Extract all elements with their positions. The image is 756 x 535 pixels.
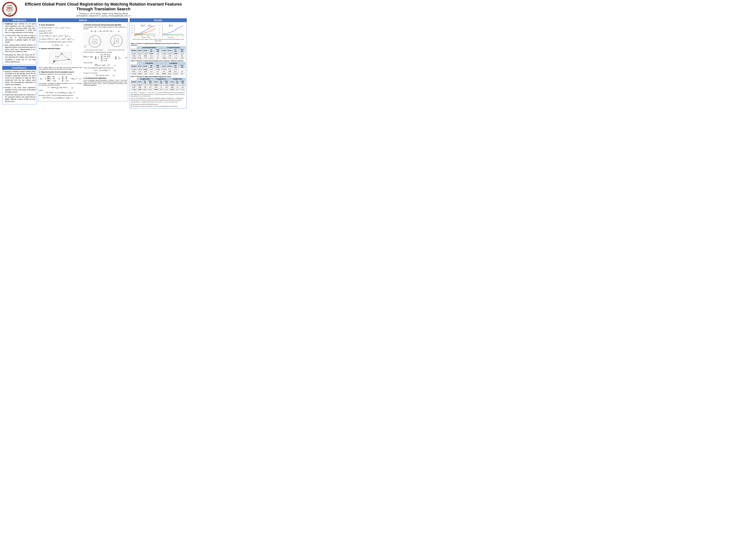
svg-text:2500: 2500 bbox=[153, 36, 155, 37]
table1-row-time: Time[s] 27.1127.3330.67447 17.0017.2232.… bbox=[131, 57, 186, 59]
rif-subsection: ➤ Rotation Invariant Feature O bbox=[39, 48, 82, 70]
svg-text:3.6: 3.6 bbox=[182, 36, 183, 37]
method-two-col: ➤ Some denotations: two 3D point clouds:… bbox=[39, 24, 127, 100]
charts-container: 1000 800 600 400 0 1000 1500 2000 2500 bbox=[131, 24, 186, 38]
table2-header-left: bun045/000 bbox=[137, 62, 161, 64]
title-line1: Efficient Global Point Cloud Registratio… bbox=[25, 2, 182, 7]
method-right: ➤ Bounds and branch-and-bound-based algo… bbox=[83, 24, 127, 100]
contribution-text-3: Experiments demonstrate the superiority … bbox=[5, 94, 36, 103]
rif-title-text: Rotation Invariant Feature bbox=[41, 48, 60, 49]
method-title: Method bbox=[79, 19, 87, 22]
six-dim-title: ➤ Six-dimensional registration bbox=[83, 77, 127, 79]
chart-1-container: 1000 800 600 400 0 1000 1500 2000 2500 bbox=[131, 24, 158, 38]
results-title: Results bbox=[154, 19, 162, 22]
results-section: Results 1000 bbox=[130, 18, 187, 108]
svg-text:2r: 2r bbox=[93, 37, 94, 38]
bullet-arrow-c1: ➤ bbox=[3, 70, 4, 86]
bullet-arrow-3: ➤ bbox=[3, 44, 4, 53]
svg-text:‖x+t‖: ‖x+t‖ bbox=[55, 56, 59, 57]
svg-text:FUDAN: FUDAN bbox=[7, 5, 12, 6]
background-text-1: Traditional local methods for 3D point c… bbox=[5, 23, 36, 34]
bullet-arrow-c2: ➤ bbox=[3, 87, 4, 93]
method-header: Method bbox=[38, 18, 128, 22]
logo-container: FUDAN UNIVERSITY 1905 bbox=[2, 2, 17, 16]
svg-text:2r: 2r bbox=[114, 36, 115, 38]
eq8-desc: Then, we can define the upper-bound func… bbox=[83, 67, 127, 69]
method-content: ➤ Some denotations: two 3D point clouds:… bbox=[38, 23, 128, 101]
eq9-number: (9) bbox=[111, 74, 115, 76]
col-go-icp: Go-ICP bbox=[148, 48, 154, 52]
table3-header-3: livingRoom8/1 bbox=[170, 78, 186, 80]
svg-text:3.4: 3.4 bbox=[177, 36, 178, 37]
table3: livingRoom6/1 livingRoom7/1 livingRoom8/… bbox=[131, 78, 186, 91]
bullet-arrow: ➤ bbox=[3, 23, 4, 34]
svg-text:600: 600 bbox=[131, 30, 133, 31]
table3-header-2: livingRoom7/1 bbox=[153, 78, 170, 80]
contributions-title: Contributions bbox=[12, 67, 27, 69]
eq9-desc: For any t ∈ T, we have bbox=[83, 72, 127, 74]
svg-text:50: 50 bbox=[159, 30, 160, 31]
results-column: Results 1000 bbox=[130, 18, 187, 108]
obj-desc: Following the definition of RIF, it is i… bbox=[39, 73, 82, 75]
ref-4: [4] The data of the MATLAB example "3-D … bbox=[131, 105, 186, 107]
background-header: Background bbox=[2, 18, 36, 22]
svg-text:0: 0 bbox=[159, 35, 160, 36]
svg-rect-48 bbox=[141, 25, 142, 25]
svg-rect-50 bbox=[141, 26, 142, 26]
table3-row-rot: Rot[°] 4.3815897.6 3.1217196.9 4.9117198… bbox=[131, 86, 186, 88]
title-block: Efficient Global Point Cloud Registratio… bbox=[20, 2, 187, 17]
results-header: Results bbox=[130, 18, 187, 22]
svg-text:0.3: 0.3 bbox=[172, 36, 173, 37]
denot-1: two 3D point clouds: Y = {yj}Yj=1 and X … bbox=[39, 26, 82, 29]
table2: bun045/000 bun090/000 Method GoTSGoTS+Go… bbox=[131, 62, 186, 75]
bounds-desc: For a translation cube T with a diagonal… bbox=[83, 26, 127, 30]
chart-caption-text: (a) Run times with respect to the number… bbox=[132, 39, 184, 42]
six-dim-title-text: Six-dimensional registration bbox=[85, 77, 106, 79]
svg-rect-72 bbox=[169, 26, 170, 26]
fig-b-container: tc O 2r (b) the origin is located inside bbox=[106, 33, 127, 51]
contribution-text-2: Develop a 6D point cloud registration al… bbox=[5, 87, 36, 93]
opt-problem-desc: The problem of finding the optimal trans… bbox=[39, 83, 82, 86]
table1-row-tran: Tran[m] 0.00370.00390.00230.28 0.00650.0… bbox=[131, 52, 186, 55]
rif-diagram: O xi1 xi2 bbox=[48, 50, 73, 66]
bullet-arrow-c3: ➤ bbox=[3, 94, 4, 103]
eq1-number: (1) bbox=[65, 44, 68, 46]
ref-3: [3] http://graphics.stanford.edu/data/3D… bbox=[131, 103, 186, 105]
title-line2: Through Translation Search bbox=[76, 7, 130, 11]
background-section: Background ➤ Traditional local methods f… bbox=[2, 18, 36, 65]
eq8: Ē(T) = ∑m max[C(t) ≤ ε] bbox=[94, 69, 110, 72]
table3-header-1: livingRoom6/1 bbox=[137, 78, 153, 80]
six-dim-subsection: ➤ Six-dimensional registration Once the … bbox=[83, 77, 127, 86]
svg-text:400: 400 bbox=[131, 32, 133, 33]
table2-caption-text: Table 2. Results of registering bunny[3]… bbox=[131, 60, 184, 62]
svg-text:O: O bbox=[84, 47, 85, 48]
table1-header-left: ArmadilloStand60/30 bbox=[137, 46, 161, 48]
chart-2-container: 100 75 50 25 0 0.1 0.2 0.3 3.4 3.6 Outli bbox=[159, 24, 186, 38]
eq5-number: (5) bbox=[116, 30, 120, 32]
eq8-row: Ē(T) = ∑m max[C(t) ≤ ε] (8) bbox=[83, 69, 127, 72]
university-logo: FUDAN UNIVERSITY 1905 bbox=[2, 2, 17, 16]
method-section: Method ➤ Some denotations: two 3D point … bbox=[38, 18, 128, 101]
denotations-list: two 3D point clouds: Y = {yj}Yj=1 and X … bbox=[39, 26, 82, 43]
fig-a: tc O 2r bbox=[83, 33, 105, 49]
eq6-desc: Then, for any t ∈ T, using formula (5), … bbox=[83, 51, 127, 53]
svg-text:1000: 1000 bbox=[134, 36, 136, 37]
background-bullet-3: ➤ Most existing global methods optimize … bbox=[3, 44, 36, 53]
author-names: Yinlong Liu, Chen Wang, Zhijian Song, Ma… bbox=[79, 13, 128, 14]
eq7: ‖F̄(pm,t) − qn‖∞ ≥ C(t) bbox=[95, 64, 110, 67]
svg-text:1000: 1000 bbox=[131, 25, 133, 26]
table1-caption: Table 1. Results of registering Armadill… bbox=[131, 42, 186, 46]
contributions-header: Contributions bbox=[2, 66, 36, 70]
eq8-number: (8) bbox=[112, 70, 116, 71]
eq5-row: ‖x + tc‖ − r ≤ ‖x + t‖ ≤ ‖x + tc‖ + r (5… bbox=[83, 30, 127, 33]
svg-text:800: 800 bbox=[131, 28, 133, 29]
svg-text:0: 0 bbox=[131, 35, 132, 36]
bounds-title-text: Bounds and branch-and-bound-based algori… bbox=[85, 24, 121, 26]
background-bullet-2: ➤ In recent years, there has been a surg… bbox=[3, 35, 36, 43]
col-method: Method bbox=[131, 48, 137, 52]
rif-diagram-container: O xi1 xi2 bbox=[39, 50, 82, 66]
svg-rect-52 bbox=[148, 25, 149, 25]
obj-subsection: ➤ Objective function for the translation… bbox=[39, 71, 82, 99]
bounds-title: ➤ Bounds and branch-and-bound-based algo… bbox=[83, 24, 127, 26]
table2-caption: Table 2. Results of registering bunny[3]… bbox=[131, 60, 186, 62]
